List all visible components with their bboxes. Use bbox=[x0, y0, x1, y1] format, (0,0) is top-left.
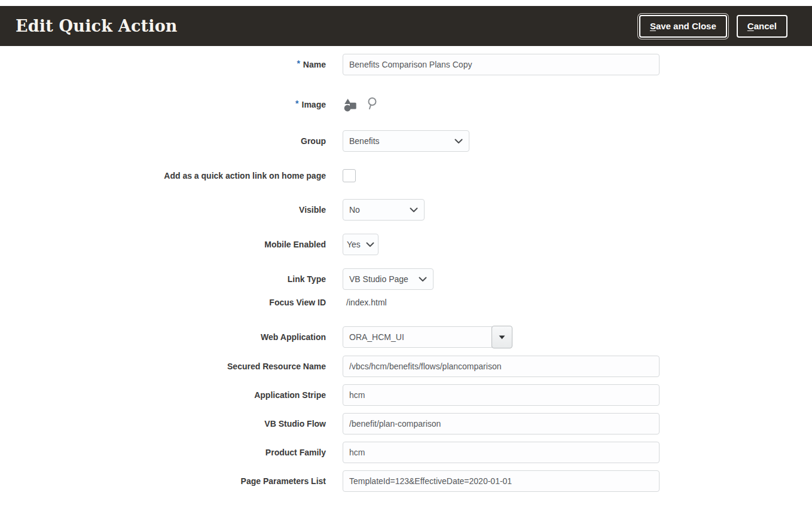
application-stripe-label: Application Stripe bbox=[254, 390, 326, 400]
focus-view-id-label: Focus View ID bbox=[269, 298, 326, 307]
dropdown-triangle-icon bbox=[499, 335, 505, 339]
secured-resource-name-input[interactable] bbox=[343, 356, 660, 377]
chevron-down-icon bbox=[410, 207, 418, 213]
edit-quick-action-form: *Name *Image Group bbox=[0, 54, 812, 492]
group-select[interactable]: Benefits bbox=[343, 130, 469, 152]
image-label: Image bbox=[302, 100, 326, 109]
header-actions: Save and Close Cancel bbox=[639, 15, 787, 38]
web-application-input[interactable] bbox=[343, 326, 492, 348]
image-shapes-icon[interactable] bbox=[343, 97, 358, 112]
vb-studio-flow-label: VB Studio Flow bbox=[264, 419, 326, 429]
field-row-vb-studio-flow: VB Studio Flow bbox=[0, 413, 812, 434]
product-family-input[interactable] bbox=[343, 442, 660, 463]
chevron-down-icon bbox=[419, 277, 427, 282]
link-type-label: Link Type bbox=[288, 274, 326, 284]
web-application-label: Web Application bbox=[261, 332, 326, 342]
field-row-visible: Visible No bbox=[0, 199, 812, 221]
name-input[interactable] bbox=[343, 54, 660, 75]
visible-select-value: No bbox=[349, 205, 360, 215]
search-icon[interactable] bbox=[365, 97, 378, 112]
mobile-enabled-select-value: Yes bbox=[347, 240, 361, 249]
field-row-mobile-enabled: Mobile Enabled Yes bbox=[0, 234, 812, 255]
field-row-product-family: Product Family bbox=[0, 442, 812, 463]
field-row-application-stripe: Application Stripe bbox=[0, 384, 812, 406]
vb-studio-flow-input[interactable] bbox=[343, 413, 660, 434]
field-row-home-page-link: Add as a quick action link on home page bbox=[0, 169, 812, 182]
field-row-name: *Name bbox=[0, 54, 812, 75]
page-title: Edit Quick Action bbox=[16, 17, 178, 35]
mobile-enabled-label: Mobile Enabled bbox=[264, 240, 326, 249]
field-row-secured-resource-name: Secured Resource Name bbox=[0, 356, 812, 377]
field-row-focus-view-id: Focus View ID /index.html bbox=[0, 296, 812, 308]
link-type-select[interactable]: VB Studio Page bbox=[343, 268, 434, 290]
web-application-dropdown-button[interactable] bbox=[492, 326, 512, 348]
home-page-link-checkbox[interactable] bbox=[343, 169, 356, 182]
field-row-image: *Image bbox=[0, 93, 812, 115]
web-application-combobox bbox=[343, 326, 512, 348]
name-label: Name bbox=[303, 60, 326, 69]
required-marker: * bbox=[295, 99, 298, 108]
visible-label: Visible bbox=[299, 205, 326, 215]
field-row-web-application: Web Application bbox=[0, 326, 812, 348]
home-page-link-label: Add as a quick action link on home page bbox=[164, 171, 326, 180]
group-select-value: Benefits bbox=[349, 136, 380, 146]
header-bar: Edit Quick Action Save and Close Cancel bbox=[0, 6, 812, 46]
required-marker: * bbox=[297, 59, 300, 68]
save-and-close-button[interactable]: Save and Close bbox=[639, 15, 727, 38]
group-label: Group bbox=[301, 136, 326, 146]
page-parameters-list-input[interactable] bbox=[343, 470, 660, 492]
product-family-label: Product Family bbox=[265, 448, 326, 457]
field-row-group: Group Benefits bbox=[0, 130, 812, 152]
focus-view-id-value: /index.html bbox=[343, 298, 387, 307]
application-stripe-input[interactable] bbox=[343, 384, 660, 406]
visible-select[interactable]: No bbox=[343, 199, 425, 221]
link-type-select-value: VB Studio Page bbox=[349, 274, 408, 284]
field-row-page-parameters-list: Page Parameters List bbox=[0, 470, 812, 492]
page-parameters-list-label: Page Parameters List bbox=[241, 476, 326, 486]
secured-resource-name-label: Secured Resource Name bbox=[227, 362, 326, 371]
field-row-link-type: Link Type VB Studio Page bbox=[0, 268, 812, 290]
chevron-down-icon bbox=[454, 139, 463, 144]
top-strip bbox=[0, 0, 812, 6]
cancel-button[interactable]: Cancel bbox=[737, 15, 787, 38]
mobile-enabled-select[interactable]: Yes bbox=[343, 234, 378, 255]
chevron-down-icon bbox=[366, 242, 374, 247]
